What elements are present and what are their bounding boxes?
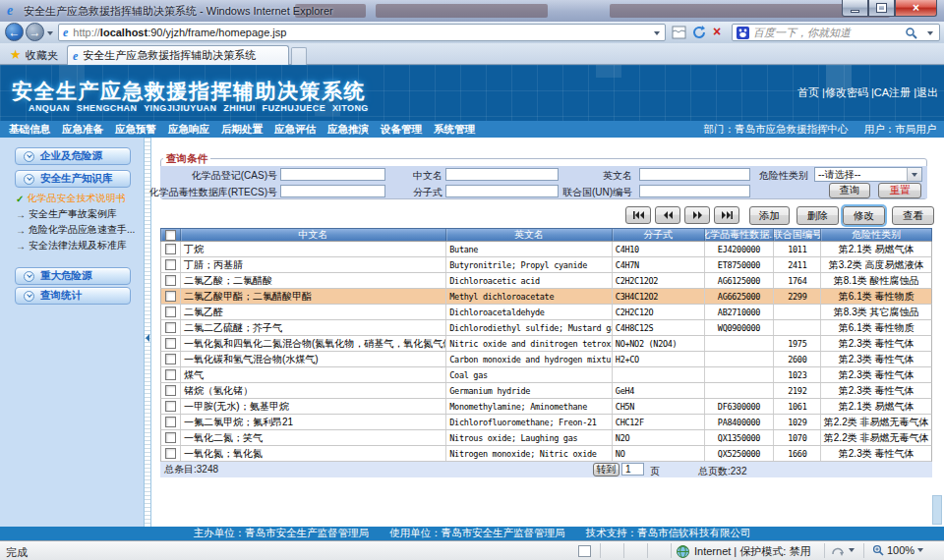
forward-button[interactable]: →: [26, 23, 44, 41]
row-checkbox[interactable]: [165, 448, 176, 459]
table-row[interactable]: 一氧化二氮；笑气Nitrous oxide; Laughing gasN2OQX…: [160, 430, 932, 446]
recent-pages-dropdown[interactable]: [47, 31, 53, 35]
address-bar[interactable]: e http://localhost:90/yjzh/frame/homepag…: [58, 24, 666, 41]
favorites-label[interactable]: 收藏夹: [26, 48, 58, 63]
minimize-button[interactable]: [842, 0, 868, 17]
row-checkbox[interactable]: [165, 322, 176, 333]
table-row[interactable]: 二氯乙酸甲酯；二氯醋酸甲酯Methyl dichloroacetateC3H4C…: [160, 289, 932, 305]
un-input[interactable]: [639, 185, 750, 197]
address-dropdown[interactable]: [654, 31, 660, 35]
table-row[interactable]: 一甲胺(无水)；氨基甲烷Monomethylamine; Aminomethan…: [160, 399, 932, 415]
back-button[interactable]: ←: [5, 23, 24, 41]
row-checkbox[interactable]: [165, 401, 176, 412]
nav-item-3[interactable]: 应急响应: [168, 123, 209, 137]
privacy-control[interactable]: [831, 544, 855, 556]
row-checkbox[interactable]: [165, 432, 176, 443]
browser-tab[interactable]: e 安全生产应急救援指挥辅助决策系统: [67, 45, 289, 65]
site-header: 安全生产应急救援指挥辅助决策系统 ANQUAN SHENGCHAN YINGJI…: [0, 65, 944, 121]
table-row[interactable]: 丁烷ButaneC4H10EJ42000001011第2.1类 易燃气体: [160, 242, 932, 257]
table-row[interactable]: 丁腈；丙基腈Butyronitrile; Propyl cyanideC4H7N…: [160, 257, 932, 273]
table-row[interactable]: 一氧化氮和四氧化二氮混合物(氮氧化物，硝基气，氧化氮气体)Nitric oxid…: [160, 336, 932, 352]
prev-page-button[interactable]: [655, 206, 680, 224]
row-checkbox[interactable]: [165, 354, 176, 364]
cell-rtecs: [705, 383, 775, 398]
column-header-1: 英文名: [446, 229, 613, 241]
zoom-control[interactable]: 100%: [872, 544, 923, 556]
cnname-input[interactable]: [445, 168, 559, 181]
select-all-checkbox[interactable]: [165, 230, 176, 241]
nav-item-6[interactable]: 应急推演: [327, 123, 369, 137]
table-row[interactable]: 一氧化碳和氢气混合物(水煤气)Carbon monoxide and hydro…: [160, 352, 932, 367]
cell-cat: 第2.1类 易燃气体: [821, 399, 931, 414]
nav-item-2[interactable]: 应急预警: [115, 123, 156, 137]
row-checkbox[interactable]: [165, 385, 176, 396]
sidebar-group-button-7[interactable]: 查询统计: [15, 287, 131, 305]
row-checkbox[interactable]: [165, 275, 176, 286]
row-checkbox[interactable]: [165, 307, 176, 317]
privacy-dropdown[interactable]: [849, 548, 855, 552]
header-link-1[interactable]: 修改密码: [825, 86, 868, 98]
table-row[interactable]: 二氯二乙硫醚；芥子气Dichlorodiethyl sulfide; Musta…: [160, 320, 932, 336]
table-row[interactable]: 煤气Coal gas1023第2.3类 毒性气体: [160, 367, 932, 383]
sidebar-item-3[interactable]: →安全生产事故案例库: [16, 207, 117, 221]
row-checkbox[interactable]: [165, 291, 176, 302]
sidebar-group-button-0[interactable]: 企业及危险源: [15, 147, 131, 165]
hazard-select[interactable]: --请选择--: [814, 167, 922, 182]
url-text: http://localhost:90/yjzh/frame/homepage.…: [73, 27, 286, 38]
refresh-button[interactable]: [691, 25, 707, 40]
splitter-collapse-icon[interactable]: [146, 334, 149, 342]
stop-button[interactable]: ×: [713, 24, 721, 39]
page-favicon: e: [63, 26, 68, 39]
new-tab-button[interactable]: [291, 47, 307, 65]
view-button[interactable]: 查看: [892, 206, 934, 225]
table-row[interactable]: 二氯乙酸；二氯醋酸Dichloroacetic acidC2H2C12O2AG6…: [160, 273, 932, 289]
maximize-button[interactable]: [868, 0, 895, 17]
header-link-3[interactable]: 退出: [916, 86, 938, 98]
nav-item-1[interactable]: 应急准备: [62, 123, 103, 137]
nav-item-4[interactable]: 后期处置: [221, 123, 263, 137]
row-checkbox[interactable]: [165, 244, 176, 254]
compatibility-view-icon[interactable]: [672, 26, 686, 39]
next-page-button[interactable]: [684, 206, 710, 224]
total-pages-label: 总页数:232: [698, 465, 746, 478]
row-checkbox[interactable]: [165, 369, 176, 380]
search-button[interactable]: 查询: [829, 183, 870, 198]
add-button[interactable]: 添加: [749, 206, 790, 225]
sidebar-group-button-6[interactable]: 重大危险源: [15, 267, 131, 285]
row-checkbox[interactable]: [165, 259, 176, 270]
row-checkbox[interactable]: [165, 417, 176, 427]
sidebar-item-4[interactable]: →危险化学品应急速查手...: [16, 223, 135, 237]
close-button[interactable]: ×: [895, 0, 937, 17]
reset-button[interactable]: 重置: [878, 183, 921, 198]
nav-item-7[interactable]: 设备管理: [381, 123, 422, 137]
row-checkbox[interactable]: [165, 338, 176, 349]
header-link-2[interactable]: CA注册: [874, 86, 911, 98]
nav-item-5[interactable]: 应急评估: [274, 123, 316, 137]
search-box[interactable]: 百度一下，你就知道: [732, 24, 940, 41]
sidebar-item-2[interactable]: ✓化学品安全技术说明书: [16, 192, 125, 205]
ie-logo-icon: e: [7, 4, 13, 18]
modify-button[interactable]: 修改: [843, 206, 885, 225]
first-page-button[interactable]: [625, 206, 651, 224]
last-page-button[interactable]: [714, 206, 739, 224]
delete-button[interactable]: 删除: [796, 206, 839, 225]
search-icon[interactable]: [905, 27, 917, 39]
zoom-dropdown[interactable]: [917, 548, 923, 552]
search-dropdown[interactable]: [927, 31, 933, 35]
table-row[interactable]: 一氟二氯甲烷；氟利昂21Dichlorofluoromethane; Freon…: [160, 415, 932, 430]
table-row[interactable]: 一氧化氮；氧化氮Nitrogen monoxide; Nitric oxideN…: [160, 446, 932, 462]
nav-item-8[interactable]: 系统管理: [434, 123, 475, 137]
content-scrollbar[interactable]: [932, 495, 942, 525]
favorites-star-icon[interactable]: ★: [10, 47, 22, 62]
header-link-0[interactable]: 首页: [797, 86, 819, 98]
sidebar-item-5[interactable]: →安全法律法规及标准库: [16, 239, 127, 252]
cell-en: Coal gas: [446, 367, 613, 382]
goto-page-input[interactable]: 1: [621, 463, 644, 476]
nav-item-0[interactable]: 基础信息: [9, 123, 50, 137]
goto-page-button[interactable]: 转到: [593, 463, 620, 476]
table-row[interactable]: 锗烷（氢化锗）Germanium hydrideGeH42192第2.3类 毒性…: [160, 383, 932, 399]
table-row[interactable]: 二氯乙醛DichloroacetaldehydeC2H2C12OAB271000…: [160, 305, 932, 320]
enname-input[interactable]: [639, 168, 750, 181]
formula-input[interactable]: [445, 185, 559, 197]
sidebar-group-button-1[interactable]: 安全生产知识库: [15, 170, 131, 188]
